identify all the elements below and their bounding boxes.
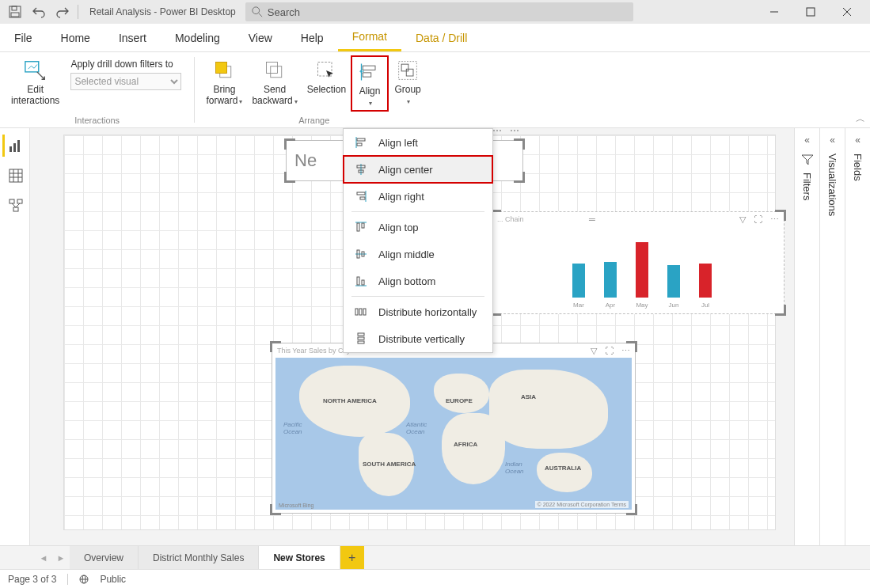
tab-datadrill[interactable]: Data / Drill bbox=[401, 24, 481, 51]
app-title: Retail Analysis - Power BI Desktop bbox=[89, 6, 236, 17]
more-options-icon[interactable]: ⋯ bbox=[510, 128, 519, 136]
tab-nav-next[interactable]: ► bbox=[52, 546, 70, 569]
svg-rect-35 bbox=[357, 138, 365, 141]
svg-rect-50 bbox=[357, 277, 359, 285]
filter-icon[interactable]: ▽ bbox=[591, 346, 597, 356]
svg-rect-2 bbox=[11, 13, 19, 17]
resize-handle[interactable] bbox=[270, 341, 281, 352]
align-middle-item[interactable]: Align middle bbox=[344, 241, 492, 267]
collapse-ribbon-button[interactable]: ︿ bbox=[856, 112, 865, 126]
redo-button[interactable] bbox=[52, 2, 73, 22]
title-bar: Retail Analysis - Power BI Desktop Searc… bbox=[0, 0, 870, 24]
drag-handle-icon[interactable]: ═ bbox=[589, 214, 595, 224]
resize-handle[interactable] bbox=[284, 172, 295, 183]
chevron-left-icon: « bbox=[855, 135, 861, 146]
svg-rect-23 bbox=[17, 140, 20, 152]
svg-line-4 bbox=[259, 13, 262, 17]
tab-insert[interactable]: Insert bbox=[104, 24, 161, 51]
undo-button[interactable] bbox=[28, 2, 49, 22]
bring-forward-icon bbox=[213, 59, 235, 82]
align-left-item[interactable]: Align left bbox=[344, 129, 492, 156]
data-view-button[interactable] bbox=[2, 165, 28, 187]
svg-rect-36 bbox=[357, 143, 362, 146]
align-bottom-icon bbox=[355, 275, 367, 287]
align-button[interactable]: Align▾ bbox=[351, 55, 389, 112]
chart-xlabels: MarAprMayJunJul bbox=[508, 302, 776, 309]
map-body: NORTH AMERICA SOUTH AMERICA EUROPE AFRIC… bbox=[275, 358, 632, 510]
drag-handle-icon[interactable]: ⋯ bbox=[492, 128, 502, 136]
svg-point-3 bbox=[253, 7, 260, 14]
distribute-h-icon bbox=[355, 305, 367, 318]
ribbon: Edit interactions Apply drill down filte… bbox=[0, 52, 870, 128]
tab-modeling[interactable]: Modeling bbox=[161, 24, 234, 51]
visualizations-pane[interactable]: « Visualizations bbox=[819, 128, 845, 545]
distribute-h-item[interactable]: Distribute horizontally bbox=[344, 298, 492, 325]
collapsed-panes: « Filters « Visualizations « Fields bbox=[794, 128, 870, 545]
separator bbox=[78, 5, 78, 19]
page-tab-newstores[interactable]: New Stores bbox=[259, 546, 340, 569]
tab-file[interactable]: File bbox=[0, 24, 47, 51]
page-tab-dms[interactable]: District Monthly Sales bbox=[139, 546, 259, 569]
more-options-icon[interactable]: ⋯ bbox=[621, 346, 630, 356]
align-menu: Align left Align center Align right Alig… bbox=[343, 128, 493, 353]
svg-rect-53 bbox=[359, 309, 362, 315]
resize-handle[interactable] bbox=[514, 138, 525, 150]
report-view-button[interactable] bbox=[2, 135, 28, 157]
align-center-icon bbox=[355, 163, 367, 176]
svg-rect-29 bbox=[9, 199, 14, 203]
status-bar: Page 3 of 3 Public bbox=[0, 569, 870, 588]
group-icon bbox=[397, 59, 419, 82]
svg-rect-1 bbox=[12, 6, 17, 10]
apply-drill-select[interactable]: Selected visual bbox=[70, 73, 181, 90]
send-backward-button[interactable]: Send backward▾ bbox=[247, 55, 302, 108]
report-icon bbox=[9, 138, 23, 153]
minimize-button[interactable] bbox=[756, 0, 792, 24]
maximize-button[interactable] bbox=[792, 0, 829, 24]
tab-help[interactable]: Help bbox=[287, 24, 338, 51]
search-icon bbox=[252, 6, 263, 17]
search-box[interactable]: Search bbox=[245, 2, 633, 21]
chart-bar bbox=[667, 265, 680, 298]
focus-icon[interactable]: ⛶ bbox=[754, 214, 762, 225]
edit-interactions-button[interactable]: Edit interactions bbox=[6, 55, 64, 108]
resize-handle[interactable] bbox=[284, 138, 295, 150]
tab-nav-prev[interactable]: ◄ bbox=[35, 546, 52, 569]
align-right-item[interactable]: Align right bbox=[344, 183, 492, 210]
close-button[interactable] bbox=[829, 0, 865, 24]
more-options-icon[interactable]: ⋯ bbox=[770, 214, 779, 225]
svg-rect-54 bbox=[363, 309, 366, 315]
svg-rect-19 bbox=[401, 64, 408, 71]
group-button[interactable]: Group▾ bbox=[389, 55, 427, 108]
filters-pane[interactable]: « Filters bbox=[794, 128, 819, 545]
fields-pane[interactable]: « Fields bbox=[845, 128, 870, 545]
svg-rect-52 bbox=[355, 309, 358, 315]
align-top-item[interactable]: Align top bbox=[344, 214, 492, 241]
svg-rect-45 bbox=[362, 223, 364, 228]
resize-handle[interactable] bbox=[514, 172, 525, 183]
selection-button[interactable]: Selection bbox=[302, 55, 351, 97]
distribute-v-icon bbox=[355, 332, 367, 345]
save-button[interactable] bbox=[5, 2, 25, 22]
svg-rect-11 bbox=[216, 63, 227, 74]
chart-bar bbox=[636, 242, 648, 298]
chart-visual[interactable]: ═▽⛶⋯ ... Chain MarAprMayJunJul bbox=[492, 211, 785, 314]
view-bar bbox=[0, 128, 30, 545]
svg-rect-24 bbox=[9, 169, 22, 182]
add-page-button[interactable]: + bbox=[340, 546, 364, 569]
tab-format[interactable]: Format bbox=[338, 24, 401, 51]
resize-handle[interactable] bbox=[775, 305, 786, 316]
ribbon-group-arrange: Bring forward▾ Send backward▾ Selection … bbox=[195, 52, 433, 127]
align-center-item[interactable]: Align center bbox=[344, 156, 492, 183]
bring-forward-button[interactable]: Bring forward▾ bbox=[201, 55, 247, 108]
filter-icon[interactable]: ▽ bbox=[739, 214, 746, 225]
distribute-v-item[interactable]: Distribute vertically bbox=[344, 325, 492, 352]
page-tab-overview[interactable]: Overview bbox=[70, 546, 139, 569]
focus-icon[interactable]: ⛶ bbox=[605, 346, 614, 356]
tab-home[interactable]: Home bbox=[47, 24, 104, 51]
svg-rect-55 bbox=[358, 333, 364, 336]
svg-rect-20 bbox=[406, 69, 413, 76]
tab-view[interactable]: View bbox=[234, 24, 287, 51]
model-view-button[interactable] bbox=[2, 195, 28, 217]
align-bottom-item[interactable]: Align bottom bbox=[344, 267, 492, 294]
map-visual[interactable]: ═▽⛶⋯ This Year Sales by City and Chain N… bbox=[272, 343, 636, 514]
